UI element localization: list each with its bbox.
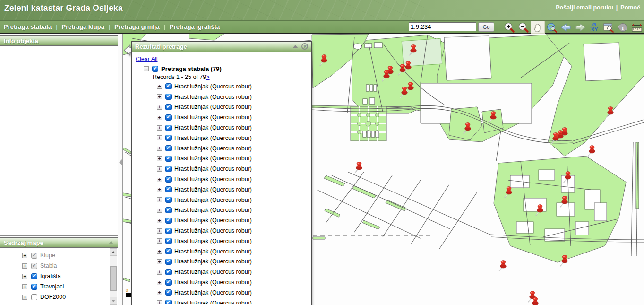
divider-collapse-icon[interactable] [119, 159, 122, 165]
results-panel-header[interactable]: Rezultati pretrage ✕ [132, 42, 311, 52]
layer-checkbox[interactable] [31, 253, 37, 259]
identify-tool[interactable] [601, 21, 616, 34]
expand-node-icon[interactable]: + [157, 166, 162, 172]
expand-node-icon[interactable]: + [157, 218, 162, 223]
expand-layer-icon[interactable]: + [22, 284, 27, 289]
expand-node-icon[interactable]: + [157, 290, 162, 295]
goto-xy-tool[interactable]: XY [587, 21, 601, 34]
expand-layer-icon[interactable]: + [22, 274, 27, 279]
result-checkbox[interactable] [165, 207, 172, 213]
results-group-label: Pretraga stabala (79) [161, 65, 222, 72]
expand-node-icon[interactable]: + [157, 259, 162, 264]
result-checkbox[interactable] [165, 238, 172, 244]
panel-divider[interactable] [118, 34, 123, 305]
result-checkbox[interactable] [165, 125, 172, 131]
result-checkbox[interactable] [165, 145, 172, 151]
result-checkbox[interactable] [165, 300, 172, 304]
result-checkbox[interactable] [165, 83, 172, 89]
layer-row: +Travnjaci [0, 281, 109, 292]
expand-node-icon[interactable]: + [157, 135, 162, 140]
expand-node-icon[interactable]: + [157, 238, 162, 244]
result-checkbox[interactable] [165, 228, 172, 234]
layer-checkbox[interactable] [31, 284, 37, 290]
zoom-out-tool[interactable] [516, 21, 531, 34]
map-scale-input[interactable] [409, 22, 476, 31]
clear-all-link[interactable]: Clear All [136, 56, 158, 62]
result-checkbox[interactable] [165, 218, 172, 224]
link-separator: | [616, 4, 618, 11]
result-row: +Hrast lužnjak (Quercus robur) [132, 143, 311, 154]
expand-layer-icon[interactable]: + [22, 263, 27, 269]
expand-node-icon[interactable]: + [157, 115, 162, 120]
menu-pretraga-igralista[interactable]: Pretraga igrališta [170, 23, 220, 30]
result-checkbox[interactable] [165, 114, 172, 121]
expand-layer-icon[interactable]: + [22, 253, 27, 258]
collapse-panel-icon[interactable] [109, 241, 113, 244]
expand-node-icon[interactable]: + [157, 156, 162, 161]
pan-tool[interactable] [531, 21, 545, 34]
result-label: Hrast lužnjak (Quercus robur) [174, 186, 252, 193]
result-checkbox[interactable] [165, 248, 172, 254]
zoom-in-tool[interactable] [502, 21, 516, 34]
layer-scrollbar[interactable] [110, 248, 117, 305]
full-extent-tool[interactable] [545, 21, 559, 34]
measure-tool[interactable] [630, 21, 644, 34]
layer-checkbox[interactable] [31, 273, 37, 279]
result-checkbox[interactable] [165, 176, 172, 183]
expand-node-icon[interactable]: + [157, 300, 162, 304]
expand-node-icon[interactable]: + [157, 105, 162, 110]
result-checkbox[interactable] [165, 104, 172, 110]
page-title: Zeleni katastar Grada Osijeka [4, 3, 123, 13]
map-contents-header[interactable]: Sadržaj mape [0, 237, 118, 248]
expand-node-icon[interactable]: + [157, 249, 162, 254]
help-link[interactable]: Pomoć [620, 4, 640, 11]
info-tool[interactable]: i [616, 21, 630, 34]
close-panel-icon[interactable]: ✕ [301, 43, 308, 50]
map-toolbar: XY i [502, 21, 644, 34]
menu-pretraga-grmlja[interactable]: Pretraga grmlja [114, 23, 159, 30]
menu-pretraga-klupa[interactable]: Pretraga klupa [62, 23, 104, 30]
forward-tool[interactable] [573, 21, 587, 34]
layer-checkbox[interactable] [31, 263, 37, 269]
result-checkbox[interactable] [165, 289, 172, 296]
svg-text:XY: XY [591, 26, 598, 32]
result-checkbox[interactable] [165, 135, 172, 141]
result-checkbox[interactable] [165, 269, 172, 275]
expand-node-icon[interactable]: + [157, 280, 162, 285]
expand-node-icon[interactable]: + [157, 197, 162, 202]
result-checkbox[interactable] [165, 259, 172, 265]
result-row: +Hrast lužnjak (Quercus robur) [132, 81, 311, 92]
expand-node-icon[interactable]: + [157, 228, 162, 234]
result-checkbox[interactable] [165, 279, 172, 286]
next-page-link[interactable]: > [206, 74, 209, 80]
expand-node-icon[interactable]: + [157, 94, 162, 99]
result-checkbox[interactable] [165, 166, 172, 172]
group-checkbox[interactable] [152, 66, 158, 72]
expand-node-icon[interactable]: + [157, 270, 162, 275]
result-checkbox[interactable] [165, 156, 172, 162]
zoom-out-icon [517, 22, 530, 33]
expand-node-icon[interactable]: + [157, 84, 162, 89]
scroll-down-button[interactable] [110, 297, 117, 305]
scroll-up-button[interactable] [110, 248, 117, 256]
info-panel-header[interactable]: Info objekta [0, 35, 118, 46]
result-checkbox[interactable] [165, 186, 172, 192]
expand-layer-icon[interactable]: + [22, 295, 27, 300]
minimize-panel-icon[interactable] [292, 45, 298, 48]
expand-node-icon[interactable]: + [157, 146, 162, 151]
result-row: +Hrast lužnjak (Quercus robur) [132, 246, 311, 257]
scroll-thumb[interactable] [110, 266, 117, 291]
result-checkbox[interactable] [165, 94, 172, 100]
expand-node-icon[interactable]: + [157, 177, 162, 182]
expand-node-icon[interactable]: + [157, 208, 162, 213]
menu-separator: | [164, 23, 165, 30]
back-tool[interactable] [559, 21, 573, 34]
send-email-link[interactable]: Pošalji email poruku [556, 4, 613, 11]
layer-checkbox[interactable] [31, 294, 37, 300]
collapse-node-icon[interactable]: − [144, 66, 149, 71]
go-button[interactable]: Go [478, 22, 494, 32]
menu-pretraga-stabala[interactable]: Pretraga stabala [4, 23, 52, 30]
result-checkbox[interactable] [165, 197, 172, 203]
expand-node-icon[interactable]: + [157, 125, 162, 131]
expand-node-icon[interactable]: + [157, 187, 162, 192]
